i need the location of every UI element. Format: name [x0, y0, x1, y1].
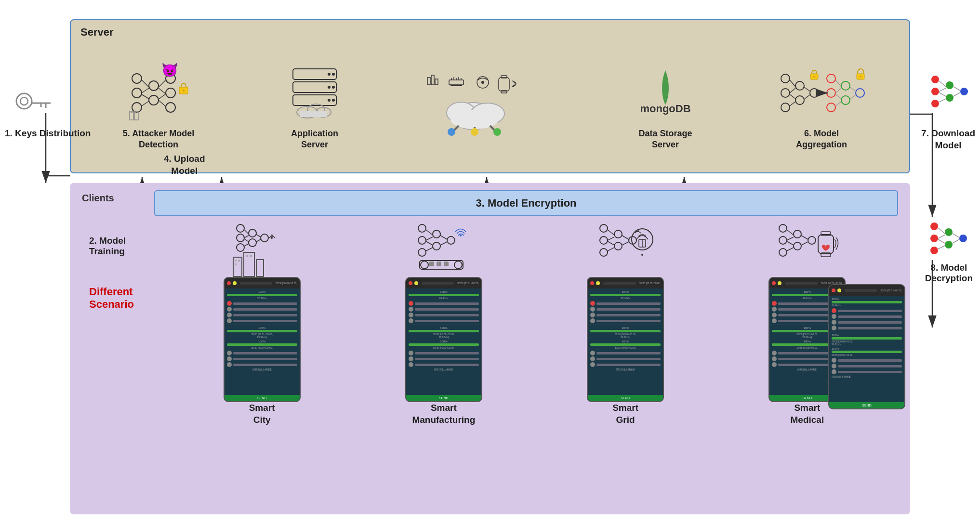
svg-point-197: [945, 228, 953, 236]
svg-rect-140: [235, 263, 237, 265]
svg-line-201: [938, 235, 945, 238]
server-box: Server: [70, 19, 910, 173]
scenario-smart-grid: 30/30 [00:01<00:00, 100% 26.40s/s: [572, 226, 678, 426]
svg-line-86: [790, 102, 795, 106]
svg-point-19: [166, 88, 175, 98]
smart-manufacturing-icon: [412, 226, 475, 274]
svg-line-122: [954, 92, 960, 96]
svg-point-199: [959, 235, 967, 242]
app-server-icon-area: [286, 62, 344, 124]
svg-line-27: [159, 94, 166, 99]
svg-line-97: [835, 80, 841, 87]
svg-line-121: [954, 87, 960, 91]
svg-line-204: [953, 234, 959, 237]
different-scenario-label: DifferentScenario: [89, 286, 171, 311]
svg-line-154: [440, 236, 447, 239]
smart-city-icon: [228, 226, 296, 274]
svg-point-13: [132, 74, 142, 83]
svg-point-93: [827, 103, 835, 112]
svg-point-125: [237, 244, 244, 251]
iot-cloud-component: [423, 73, 557, 139]
decryption-phone: 30/30 [00:01<00:00, 100% 26.40s/s 100% 3…: [828, 284, 905, 409]
svg-point-75: [493, 128, 501, 136]
svg-point-20: [166, 103, 175, 112]
svg-point-156: [460, 235, 462, 236]
svg-point-183: [794, 242, 801, 250]
svg-rect-34: [131, 112, 132, 113]
smart-grid-icon: [594, 226, 657, 274]
svg-point-180: [779, 236, 787, 244]
svg-line-173: [622, 236, 629, 239]
svg-rect-55: [450, 85, 462, 86]
svg-point-82: [810, 89, 819, 97]
svg-point-107: [20, 97, 28, 105]
svg-line-190: [801, 242, 808, 245]
svg-point-14: [132, 88, 142, 98]
svg-point-179: [779, 224, 787, 232]
svg-point-114: [946, 81, 954, 89]
svg-point-81: [795, 96, 804, 105]
clients-box: Clients 3. Model Encryption 2. ModelTrai…: [70, 183, 910, 514]
download-model-icon: [928, 70, 971, 113]
svg-line-129: [244, 230, 249, 234]
svg-line-155: [440, 242, 447, 245]
svg-point-78: [781, 89, 790, 97]
svg-point-195: [930, 235, 938, 242]
app-server-component: Application Server: [266, 62, 363, 151]
smart-grid-label: Smart Grid: [612, 402, 638, 426]
svg-rect-162: [444, 262, 449, 266]
svg-point-148: [433, 242, 440, 250]
svg-point-116: [960, 88, 968, 95]
svg-line-102: [850, 94, 856, 99]
svg-point-16: [149, 81, 159, 91]
svg-point-128: [261, 234, 268, 242]
svg-point-147: [433, 230, 440, 238]
svg-rect-52: [431, 75, 434, 85]
svg-line-101: [850, 87, 856, 92]
download-model-area: [928, 70, 971, 113]
svg-point-77: [781, 74, 790, 83]
svg-line-21: [142, 80, 149, 87]
svg-rect-141: [246, 255, 248, 257]
svg-point-91: [827, 74, 835, 83]
server-inner: 😈 5. Attacker Mod: [80, 43, 900, 169]
key-icon: [14, 87, 53, 116]
svg-line-187: [787, 241, 794, 245]
svg-point-144: [418, 224, 426, 232]
svg-line-171: [608, 241, 614, 245]
svg-rect-50: [300, 111, 327, 117]
data-storage-component: mongoDB Data Storage Server: [617, 62, 714, 151]
svg-point-90: [813, 76, 815, 78]
svg-line-118: [939, 88, 946, 92]
model-aggregation-icon-area: [776, 62, 867, 124]
svg-point-146: [418, 249, 426, 256]
svg-line-151: [426, 237, 433, 240]
svg-line-189: [801, 236, 808, 239]
svg-line-186: [787, 237, 794, 240]
smart-medical-label: Smart Medical: [791, 402, 824, 426]
app-server-icon: [286, 66, 344, 119]
svg-point-17: [149, 95, 159, 105]
svg-point-92: [827, 89, 835, 97]
app-server-label: Application Server: [291, 128, 338, 151]
svg-line-134: [256, 239, 261, 242]
attacker-icon-area: 😈: [127, 62, 190, 124]
svg-point-73: [448, 128, 455, 136]
svg-text:😈: 😈: [161, 62, 178, 78]
svg-line-25: [159, 80, 166, 87]
svg-point-167: [614, 242, 622, 250]
attacker-detection-component: 😈 5. Attacker Mod: [110, 62, 207, 151]
server-label: Server: [80, 26, 900, 39]
svg-line-130: [244, 236, 249, 238]
svg-point-198: [945, 241, 953, 249]
svg-rect-139: [238, 260, 240, 262]
svg-rect-64: [501, 76, 507, 78]
svg-line-153: [426, 248, 433, 251]
svg-line-188: [787, 248, 794, 251]
svg-point-31: [183, 90, 185, 92]
svg-line-203: [938, 246, 945, 249]
svg-point-113: [931, 100, 939, 107]
model-decryption-icon: [927, 217, 970, 260]
svg-text:mongoDB: mongoDB: [640, 103, 690, 115]
svg-line-120: [939, 99, 946, 102]
